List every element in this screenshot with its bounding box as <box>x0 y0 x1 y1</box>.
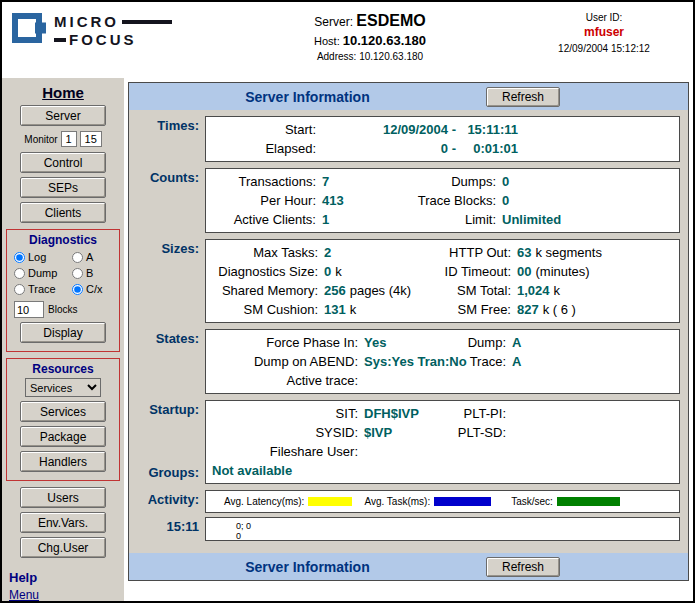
field-value: 0k <box>318 262 414 281</box>
field-label: Limit: <box>412 210 496 229</box>
chguser-button[interactable]: Chg.User <box>20 537 106 558</box>
field-separator: - <box>448 120 460 139</box>
field-label: Force Phase In: <box>212 333 358 352</box>
address-value: 10.120.63.180 <box>359 51 423 62</box>
field-value: 0 <box>496 172 673 191</box>
radio-cx[interactable]: C/x <box>72 281 118 297</box>
radio-a[interactable]: A <box>72 249 118 265</box>
field-value: $IVP <box>358 423 456 442</box>
radio-b[interactable]: B <box>72 265 118 281</box>
radio-log[interactable]: Log <box>14 249 72 265</box>
monitor-input-1[interactable] <box>61 131 77 147</box>
field-value: A <box>506 333 673 352</box>
sizes-box: Max Tasks: 2 HTTP Out: 63k segments Diag… <box>205 239 680 323</box>
field-value: DFH$IVP <box>358 404 456 423</box>
activity-detail-line: 0 <box>236 531 673 541</box>
logo-word-micro: MICRO <box>54 15 119 29</box>
field-label: Transactions: <box>212 172 316 191</box>
sizes-section: Sizes: Max Tasks: 2 HTTP Out: 63k segmen… <box>137 239 680 323</box>
times-box: Start: 12/09/2004 - 15:11:11 Elapsed: 0 … <box>205 116 680 162</box>
task-ms-legend-label: Avg. Task(ms): <box>364 496 430 507</box>
sizes-label: Sizes: <box>137 239 205 323</box>
field-value <box>506 404 673 423</box>
address-label: Address: <box>317 51 356 62</box>
package-button[interactable]: Package <box>20 426 106 447</box>
radio-dump[interactable]: Dump <box>14 265 72 281</box>
times-label: Times: <box>137 116 205 162</box>
blocks-input[interactable] <box>14 301 44 318</box>
field-value: 7 <box>316 172 412 191</box>
trace-radio[interactable] <box>14 284 25 295</box>
activity-detail-box: 0; 0 0 <box>205 517 680 541</box>
diagnostics-title: Diagnostics <box>7 233 119 247</box>
refresh-button[interactable]: Refresh <box>486 87 560 107</box>
field-value: Yes <box>358 333 456 352</box>
activity-box: Avg. Latency(ms): Avg. Task(ms): Task/se… <box>205 490 680 513</box>
services-button[interactable]: Services <box>20 401 106 422</box>
handlers-button[interactable]: Handlers <box>20 451 106 472</box>
server-button[interactable]: Server <box>20 105 106 126</box>
field-value <box>506 423 673 442</box>
microfocus-logo: MICRO FOCUS <box>12 10 197 78</box>
b-radio[interactable] <box>72 268 83 279</box>
address-line: Address: 10.120.63.180 <box>197 51 543 62</box>
field-value: 131k <box>318 300 414 319</box>
startup-box: SIT: DFH$IVP PLT-PI: SYSID: $IVP PLT-SD:… <box>205 400 680 484</box>
field-value <box>506 442 673 461</box>
host-line: Host: 10.120.63.180 <box>197 33 543 48</box>
field-value: 0 <box>316 139 448 158</box>
blocks-label: Blocks <box>48 304 77 315</box>
resources-select[interactable]: Services <box>25 378 101 397</box>
a-radio[interactable] <box>72 252 83 263</box>
clients-button[interactable]: Clients <box>20 202 106 223</box>
monitor-input-2[interactable] <box>80 131 102 147</box>
dump-radio[interactable] <box>14 268 25 279</box>
host-value: 10.120.63.180 <box>343 33 426 48</box>
cx-radio[interactable] <box>72 284 83 295</box>
sizes-grid: Max Tasks: 2 HTTP Out: 63k segments Diag… <box>212 243 673 319</box>
field-separator: - <box>448 139 460 158</box>
envvars-button[interactable]: Env.Vars. <box>20 512 106 533</box>
log-radio[interactable] <box>14 252 25 263</box>
seps-button[interactable]: SEPs <box>20 177 106 198</box>
page-header: MICRO FOCUS Server: ESDEMO Host: 10.120.… <box>2 2 693 78</box>
field-value: 0:01:01 <box>460 139 518 158</box>
radio-trace[interactable]: Trace <box>14 281 72 297</box>
users-button[interactable]: Users <box>20 487 106 508</box>
value-number: 1,024 <box>517 283 550 298</box>
diagnostics-section: Diagnostics Log A Dump <box>6 229 120 352</box>
display-button[interactable]: Display <box>20 322 106 343</box>
field-value: 0 <box>496 191 673 210</box>
home-link[interactable]: Home <box>2 84 124 101</box>
field-label: Active Clients: <box>212 210 316 229</box>
field-value: 12/09/2004 <box>316 120 448 139</box>
field-value: A <box>506 352 673 371</box>
b-radio-label: B <box>86 267 93 279</box>
field-label <box>456 442 506 461</box>
startup-label: Startup: <box>137 402 199 417</box>
logo-rule <box>122 20 172 24</box>
activity-detail-section: 15:11 0; 0 0 <box>137 517 680 541</box>
panel-title-bottom: Server Information <box>129 559 486 575</box>
help-label: Help <box>9 570 124 585</box>
menu-link[interactable]: Menu <box>9 588 124 601</box>
monitor-controls: Monitor <box>2 131 124 147</box>
startup-section: Startup: Groups: SIT: DFH$IVP PLT-PI: SY… <box>137 400 680 484</box>
field-label: Dump on ABEND: <box>212 352 358 371</box>
field-value: 00(minutes) <box>511 262 673 281</box>
field-value: 2 <box>318 243 414 262</box>
field-label: Dump: <box>456 333 506 352</box>
refresh-button-bottom[interactable]: Refresh <box>486 557 560 577</box>
field-value: Unlimited <box>496 210 673 229</box>
task-sec-legend-label: Task/sec: <box>511 496 553 507</box>
log-radio-label: Log <box>28 251 46 263</box>
field-value: 1 <box>316 210 412 229</box>
value-suffix: pages (4k) <box>350 283 411 298</box>
value-suffix: k ( 6 ) <box>543 302 576 317</box>
field-value: 827k ( 6 ) <box>511 300 673 319</box>
timestamp: 12/09/2004 15:12:12 <box>543 43 665 54</box>
field-label: SYSID: <box>212 423 358 442</box>
field-label: SM Free: <box>414 300 511 319</box>
control-button[interactable]: Control <box>20 152 106 173</box>
field-value: 1,024k <box>511 281 673 300</box>
